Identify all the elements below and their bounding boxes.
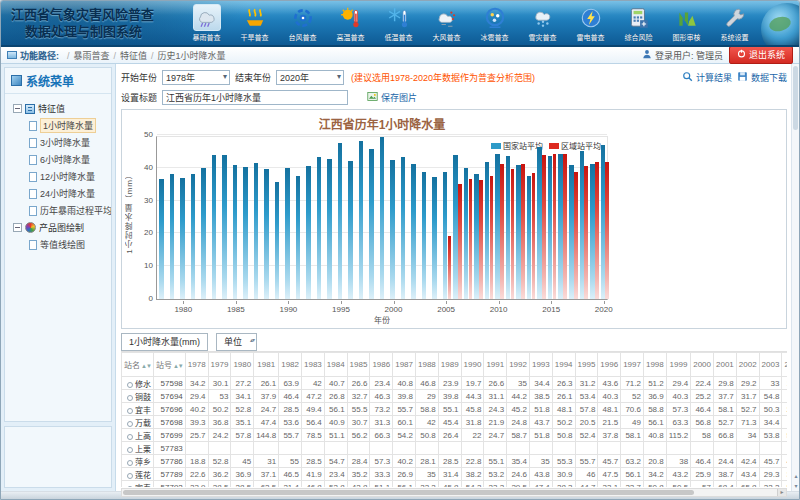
value-cell: 24.7 [484,429,507,442]
logout-button[interactable]: 退出系统 [729,46,793,64]
col-header-year[interactable]: 1984 [324,353,347,377]
station-radio[interactable] [127,486,133,488]
toolbar-item-system-settings[interactable]: 系统设置 [712,4,757,42]
col-header-year[interactable]: 1981 [254,353,279,377]
sidebar-item-24小时降水量[interactable]: 24小时降水量 [7,185,109,202]
vertical-scrollbar[interactable] [791,64,799,491]
col-header-year[interactable]: 1982 [279,353,302,377]
document-icon [29,240,37,250]
sidebar-group-feature-values[interactable]: 特征值 [7,100,109,117]
col-header-year[interactable]: 1986 [370,353,393,377]
col-header-year[interactable]: 2003 [759,353,782,377]
toolbar-item-label: 冰雹普查 [475,32,515,42]
sidebar-item-等值线绘图[interactable]: 等值线绘图 [7,236,109,253]
header-toolbar: 暴雨普查干旱普查台风普查高温普查低温普查大风普查冰雹普查雪灾普查雷电普查综合风险… [184,4,757,42]
col-header-station-id[interactable]: 站号▲▼ [153,353,185,377]
station-radio[interactable] [127,395,133,401]
toolbar-item-combined-risk[interactable]: 综合风险 [616,4,661,42]
breadcrumb-item[interactable]: 特征值 [120,51,147,61]
download-button[interactable]: 数据下载 [737,71,787,84]
station-name-cell: 万载 [122,416,154,429]
col-header-year[interactable]: 2000 [691,353,714,377]
sidebar-menu-panel: 系统菜单 特征值1小时降水量3小时降水量6小时降水量12小时降水量24小时降水量… [4,67,112,422]
col-header-year[interactable]: 1978 [185,353,208,377]
col-header-year[interactable]: 2004 [782,353,787,377]
sidebar-item-历年暴雨过程平均雨量[interactable]: 历年暴雨过程平均雨量 [7,202,109,219]
sort-arrows-icon[interactable]: ▲▼ [141,363,151,369]
compute-button[interactable]: 计算结果 [682,71,732,84]
col-header-year[interactable]: 1988 [415,353,438,377]
sidebar-group-product-drawing[interactable]: 产品图绘制 [7,219,109,236]
scroll-down-arrow[interactable] [792,482,800,491]
col-header-year[interactable]: 1995 [575,353,598,377]
col-header-year[interactable]: 1990 [461,353,484,377]
sidebar-item-12小时降水量[interactable]: 12小时降水量 [7,168,109,185]
station-radio[interactable] [127,460,133,466]
settings-icon [721,4,749,31]
col-header-year[interactable]: 1985 [347,353,370,377]
value-cell: 50.2 [208,403,231,416]
station-radio[interactable] [127,473,133,479]
col-header-year[interactable]: 1987 [393,353,416,377]
col-header-year[interactable]: 1989 [438,353,461,377]
value-cell: 35.2 [347,468,370,481]
toolbar-item-graphic-audit[interactable]: 图形审核 [664,4,709,42]
breadcrumb-item[interactable]: 暴雨普查 [74,51,110,61]
value-cell: 58.8 [415,403,438,416]
start-year-select[interactable]: 1978年 [162,70,230,85]
data-table-container[interactable]: 站名▲▼站号▲▼19781979198019811982198319841985… [121,351,787,487]
col-header-year[interactable]: 2001 [713,353,736,377]
toolbar-item-rainstorm[interactable]: 暴雨普查 [184,4,229,42]
table-row: 宜春5779223.928.528.562.521.446.852.842.85… [122,481,788,488]
sidebar-item-6小时降水量[interactable]: 6小时降水量 [7,151,109,168]
station-radio[interactable] [127,434,133,440]
col-header-year[interactable]: 1991 [484,353,507,377]
col-header-year[interactable]: 1980 [231,353,254,377]
col-header-year[interactable]: 2002 [736,353,759,377]
col-header-year[interactable]: 1994 [552,353,575,377]
station-radio[interactable] [127,382,133,388]
col-header-year[interactable]: 1993 [529,353,552,377]
station-radio[interactable] [127,408,133,414]
toolbar-item-low-temp[interactable]: 低温普查 [376,4,421,42]
x-axis-tick-mark [236,301,237,304]
toolbar-item-hail[interactable]: 冰雹普查 [472,4,517,42]
sidebar-item-3小时降水量[interactable]: 3小时降水量 [7,134,109,151]
col-header-year[interactable]: 1999 [666,353,690,377]
value-cell: 35 [507,377,530,390]
scroll-right-arrow[interactable] [777,489,786,496]
value-cell: 52.7 [713,416,736,429]
col-header-year[interactable]: 1979 [208,353,231,377]
chart-title-input-value: 江西省历年1小时降水量 [166,91,261,104]
scroll-up-arrow[interactable] [792,472,800,481]
document-icon [29,155,37,165]
save-image-button[interactable]: 保存图片 [367,91,417,104]
unit-select[interactable]: 单位 [216,333,257,351]
col-header-station[interactable]: 站名▲▼ [122,353,154,377]
station-radio[interactable] [127,421,133,427]
tree-expander-icon[interactable] [13,223,22,232]
toolbar-item-drought[interactable]: 干旱普查 [232,4,277,42]
toolbar-item-snow[interactable]: 雪灾普查 [520,4,565,42]
end-year-select[interactable]: 2020年 [276,70,344,85]
toolbar-item-gale[interactable]: 大风普查 [424,4,469,42]
tree-expander-icon[interactable] [13,104,22,113]
horizontal-scrollbar-thumb[interactable] [123,490,694,495]
breadcrumb-item[interactable]: 历史1小时降水量 [158,51,226,61]
bar-national [380,137,385,299]
toolbar-item-high-temp[interactable]: 高温普查 [328,4,373,42]
station-radio[interactable] [127,447,133,453]
chart-title-input[interactable]: 江西省历年1小时降水量 [162,90,348,105]
vertical-scrollbar-thumb[interactable] [793,66,798,130]
horizontal-scrollbar[interactable] [121,488,787,497]
col-header-year[interactable]: 1998 [643,353,666,377]
col-header-year[interactable]: 1996 [598,353,621,377]
sort-arrows-icon[interactable]: ▲▼ [173,363,183,369]
col-header-year[interactable]: 1997 [621,353,644,377]
col-header-year[interactable]: 1983 [302,353,325,377]
table-row: 铜鼓5769429.45334.137.946.447.226.832.746.… [122,390,788,403]
toolbar-item-lightning[interactable]: 雷电普查 [568,4,613,42]
toolbar-item-typhoon[interactable]: 台风普查 [280,4,325,42]
sidebar-item-1小时降水量[interactable]: 1小时降水量 [7,117,109,134]
col-header-year[interactable]: 1992 [507,353,530,377]
